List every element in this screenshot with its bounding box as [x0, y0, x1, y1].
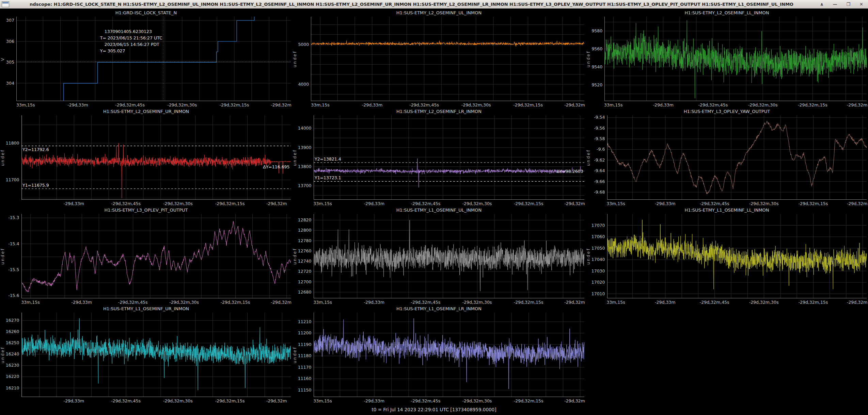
plot-title: H1:SUS-ETMY_L1_OSEMINF_UR_INMON: [0, 306, 292, 311]
y-tick-label: 13900: [298, 145, 312, 150]
shade-window-icon[interactable]: ∧: [820, 1, 824, 8]
y-tick-label: 9520: [591, 82, 602, 87]
x-tick-label: 33m,15s: [311, 102, 329, 107]
y-tick-label: 11700: [5, 177, 19, 182]
x-tick-label: -29d,32m: [847, 201, 867, 206]
y-tick-label: 16250: [5, 340, 19, 345]
close-window-icon[interactable]: ✕: [859, 1, 863, 8]
x-tick-label: -29d,32m,15s: [514, 300, 543, 305]
x-tick-label: -29d,33m: [655, 201, 675, 206]
y-axis-label: undef: [0, 313, 6, 397]
y-tick-label: 14000: [298, 126, 312, 131]
plot-h1-sus-etmy-l1-oseminf-ll-inmon[interactable]: H1:SUS-ETMY_L1_OSEMINF_LL_INMONundef1701…: [586, 207, 868, 305]
trace: [607, 121, 867, 194]
trace: [604, 20, 867, 98]
x-tick-label: -29d,33m: [364, 300, 384, 305]
plot-area[interactable]: [314, 313, 585, 397]
plot-h1-grd-isc-lock-state-n[interactable]: H1:GRD-ISC_LOCK_STATE_NV30430530630733m,…: [0, 10, 292, 108]
plot-h1-sus-etmy-l3-oplev-pit-output[interactable]: H1:SUS-ETMY_L3_OPLEV_PIT_OUTPUTundef-15.…: [0, 207, 292, 305]
plot-h1-sus-etmy-l1-oseminf-ul-inmon[interactable]: H1:SUS-ETMY_L1_OSEMINF_UL_INMONundef1268…: [292, 207, 586, 305]
y-tick-label: 13800: [298, 164, 312, 169]
plot-area[interactable]: [21, 214, 291, 298]
x-tick-label: -29d,32m,45s: [698, 102, 728, 107]
x-tick-label: -29d,32m,45s: [700, 300, 729, 305]
y-tick-label: 11180: [298, 353, 312, 358]
x-tick-label: -29d,32m,30s: [462, 398, 492, 403]
t0-timestamp: t0 = Fri Jul 14 2023 22:29:01 UTC [13734…: [372, 407, 496, 412]
plot-title: H1:SUS-ETMY_L3_OPLEV_YAW_OUTPUT: [586, 109, 868, 114]
x-tick-label: -29d,32m,15s: [513, 102, 543, 107]
x-tick-label: -29d,32m,45s: [111, 398, 141, 403]
y-tick-label: 17060: [591, 234, 605, 239]
x-tick-label: -29d,32m,30s: [749, 300, 779, 305]
y-tick-label: 16260: [5, 329, 19, 334]
x-tick-label: -29d,32m,15s: [215, 398, 245, 403]
x-tick-label: 33m,15s: [604, 102, 622, 107]
plot-area[interactable]: [607, 214, 867, 298]
y-tick-label: -9.56: [591, 126, 605, 131]
x-tick-label: -29d,32m: [271, 300, 291, 305]
plot-h1-sus-etmy-l2-oseminf-ll-inmon[interactable]: H1:SUS-ETMY_L2_OSEMINF_LL_INMONundef9520…: [586, 10, 868, 108]
plot-h1-sus-etmy-l2-oseminf-ul-inmon[interactable]: H1:SUS-ETMY_L2_OSEMINF_UL_INMONundef4000…: [292, 10, 586, 108]
plot-area[interactable]: [604, 17, 867, 101]
plot-area[interactable]: [21, 313, 291, 397]
x-tick-label: -29d,32m,45s: [411, 300, 440, 305]
x-tick-label: -29d,32m,15s: [221, 300, 250, 305]
x-tick-label: -29d,32m: [847, 102, 867, 107]
plot-area[interactable]: Y2=13821.4Y1=13723.1ΔY=98.2603: [314, 115, 585, 200]
x-tick-label: -29d,32m: [564, 102, 585, 107]
plot-area[interactable]: [311, 17, 584, 101]
x-tick-label: -29d,32m,30s: [462, 300, 492, 305]
cursor-label: Y1=11675.9: [22, 183, 49, 188]
plot-area[interactable]: [607, 115, 867, 200]
x-tick-label: -29d,33m: [64, 201, 84, 206]
y-tick-label: -15.3: [5, 215, 19, 220]
y-tick-label: 12700: [298, 279, 312, 284]
plot-title: H1:SUS-ETMY_L2_OSEMINF_LL_INMON: [586, 10, 868, 15]
delta-y-label: ΔY=116.695: [263, 164, 289, 169]
y-tick-label: -15.4: [5, 241, 19, 246]
x-tick-label: -29d,32m,45s: [111, 201, 141, 206]
x-tick-label: -29d,33m: [67, 102, 88, 107]
maximize-window-icon[interactable]: ❐: [846, 1, 850, 8]
plot-title: H1:SUS-ETMY_L1_OSEMINF_LR_INMON: [292, 306, 586, 311]
y-axis-label: undef: [293, 214, 298, 298]
trace: [607, 220, 867, 289]
y-tick-label: 17040: [591, 257, 605, 262]
x-tick-label: 33m,15s: [313, 398, 332, 403]
plot-h1-sus-etmy-l1-oseminf-lr-inmon[interactable]: H1:SUS-ETMY_L1_OSEMINF_LR_INMONundef1115…: [292, 305, 586, 404]
y-tick-label: 12740: [298, 259, 312, 264]
y-tick-label: 4000: [298, 82, 309, 87]
x-tick-label: -29d,32m,45s: [411, 398, 440, 403]
y-axis-label: V: [0, 17, 6, 101]
x-tick-label: -29d,32m: [564, 300, 585, 305]
x-tick-label: -29d,32m,45s: [411, 201, 440, 206]
y-tick-label: 9560: [591, 46, 602, 51]
y-tick-label: 12720: [298, 269, 312, 274]
plot-h1-sus-etmy-l2-oseminf-ur-inmon[interactable]: H1:SUS-ETMY_L2_OSEMINF_UR_INMONundef1170…: [0, 108, 292, 207]
x-tick-label: -29d,32m,45s: [409, 102, 439, 107]
y-tick-label: 9540: [591, 64, 602, 69]
y-axis-label: undef: [586, 115, 591, 200]
y-tick-label: 16270: [5, 318, 19, 323]
x-tick-label: 33m,15s: [606, 201, 625, 206]
trace: [314, 159, 585, 187]
y-tick-label: 11150: [298, 387, 312, 393]
minimize-window-icon[interactable]: —: [833, 1, 837, 8]
plot-area[interactable]: [314, 214, 585, 298]
plot-h1-sus-etmy-l1-oseminf-ur-inmon[interactable]: H1:SUS-ETMY_L1_OSEMINF_UR_INMONundef1621…: [0, 305, 292, 404]
x-tick-label: -29d,32m,15s: [514, 398, 543, 403]
plot-h1-sus-etmy-l3-oplev-yaw-output[interactable]: H1:SUS-ETMY_L3_OPLEV_YAW_OUTPUTundef-9.5…: [586, 108, 868, 207]
y-tick-label: 11170: [298, 365, 312, 370]
x-tick-label: -29d,33m: [72, 300, 92, 305]
y-tick-label: 17020: [591, 280, 605, 285]
y-tick-label: 17050: [591, 246, 605, 251]
y-tick-label: 17010: [591, 291, 605, 296]
y-tick-label: -9.66: [591, 179, 605, 184]
plot-area[interactable]: Y2=11792.6Y1=11675.9ΔY=116.695: [21, 115, 291, 200]
y-tick-label: 305: [5, 60, 14, 65]
plot-h1-sus-etmy-l2-oseminf-lr-inmon[interactable]: H1:SUS-ETMY_L2_OSEMINF_LR_INMONundef1370…: [292, 108, 586, 207]
x-tick-label: -29d,32m,15s: [799, 201, 828, 206]
x-tick-label: -29d,33m: [655, 300, 675, 305]
window-titlebar[interactable]: ndscope: H1:GRD-ISC_LOCK_STATE_N H1:SUS-…: [0, 0, 868, 10]
